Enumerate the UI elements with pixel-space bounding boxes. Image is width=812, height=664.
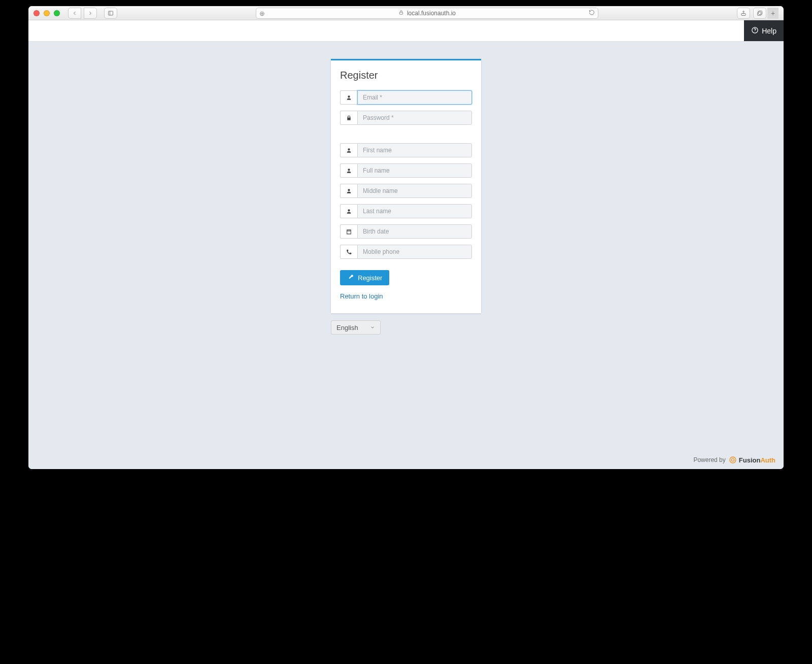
birth-date-input[interactable] <box>357 224 472 239</box>
user-icon <box>340 184 357 198</box>
full-name-field-row <box>340 163 472 178</box>
language-selected: English <box>336 324 358 331</box>
user-icon <box>340 90 357 105</box>
phone-icon <box>340 245 357 259</box>
page: Help Register <box>28 20 784 469</box>
app-topbar: Help <box>28 20 784 42</box>
browser-window: ⊕ local.fusionauth.io + <box>28 6 784 469</box>
browser-toolbar: ⊕ local.fusionauth.io + <box>28 6 784 20</box>
fusionauth-mark-icon <box>729 456 737 464</box>
svg-rect-4 <box>759 11 762 14</box>
user-icon <box>340 143 357 157</box>
nav-buttons <box>68 8 97 19</box>
svg-point-9 <box>731 458 734 461</box>
language-select[interactable]: English <box>331 320 381 335</box>
email-input[interactable] <box>357 90 472 105</box>
fusionauth-logo[interactable]: FusionAuth <box>729 456 775 464</box>
fullscreen-window-button[interactable] <box>54 10 60 16</box>
tabs-button[interactable] <box>753 8 766 19</box>
register-card: Register <box>331 59 481 313</box>
first-name-field-row <box>340 143 472 157</box>
sidebar-toggle-button[interactable] <box>104 8 117 19</box>
middle-name-input[interactable] <box>357 184 472 198</box>
chevron-down-icon <box>370 324 375 331</box>
svg-rect-0 <box>109 11 113 15</box>
help-button[interactable]: Help <box>744 20 784 41</box>
user-icon <box>340 204 357 218</box>
close-window-button[interactable] <box>33 10 40 16</box>
return-to-login-link[interactable]: Return to login <box>340 292 472 300</box>
address-bar[interactable]: ⊕ local.fusionauth.io <box>256 8 598 19</box>
register-button[interactable]: Register <box>340 270 389 285</box>
lock-icon <box>340 111 357 125</box>
svg-point-8 <box>730 457 736 463</box>
powered-by-label: Powered by <box>693 456 725 463</box>
footer: Powered by FusionAuth <box>693 456 775 464</box>
calendar-icon <box>340 224 357 239</box>
password-input[interactable] <box>357 111 472 125</box>
window-controls <box>33 10 60 16</box>
register-button-label: Register <box>358 274 382 282</box>
mobile-phone-input[interactable] <box>357 245 472 259</box>
last-name-input[interactable] <box>357 204 472 218</box>
key-icon <box>347 274 354 282</box>
svg-rect-2 <box>399 12 402 14</box>
back-button[interactable] <box>68 8 81 19</box>
brand-first: Fusion <box>739 456 761 464</box>
help-icon <box>751 26 759 36</box>
brand-second: Auth <box>760 456 775 464</box>
minimize-window-button[interactable] <box>44 10 50 16</box>
svg-point-7 <box>755 31 755 32</box>
last-name-field-row <box>340 204 472 218</box>
mobile-phone-field-row <box>340 245 472 259</box>
help-label: Help <box>762 27 776 35</box>
card-title: Register <box>340 70 472 81</box>
reload-button[interactable] <box>589 9 595 17</box>
lock-icon <box>398 10 404 17</box>
new-tab-button[interactable]: + <box>767 8 779 19</box>
full-name-input[interactable] <box>357 163 472 178</box>
address-bar-host: local.fusionauth.io <box>407 10 456 17</box>
svg-rect-5 <box>758 12 761 15</box>
email-field-row <box>340 90 472 105</box>
birth-date-field-row <box>340 224 472 239</box>
user-icon <box>340 163 357 178</box>
first-name-input[interactable] <box>357 143 472 157</box>
site-settings-icon[interactable]: ⊕ <box>259 9 265 17</box>
forward-button[interactable] <box>84 8 97 19</box>
share-button[interactable] <box>737 8 750 19</box>
password-field-row <box>340 111 472 125</box>
middle-name-field-row <box>340 184 472 198</box>
